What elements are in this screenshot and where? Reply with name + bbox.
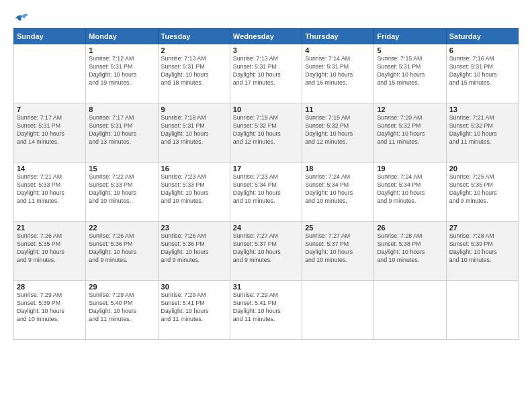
day-number: 14 — [17, 165, 83, 173]
day-info: Sunrise: 7:15 AM Sunset: 5:31 PM Dayligh… — [377, 55, 443, 87]
day-info: Sunrise: 7:21 AM Sunset: 5:32 PM Dayligh… — [449, 114, 515, 146]
day-info: Sunrise: 7:12 AM Sunset: 5:31 PM Dayligh… — [89, 55, 154, 87]
day-number: 29 — [89, 283, 154, 291]
day-number: 12 — [377, 105, 443, 113]
day-number: 28 — [17, 283, 83, 291]
day-info: Sunrise: 7:28 AM Sunset: 5:39 PM Dayligh… — [449, 232, 515, 265]
day-info: Sunrise: 7:24 AM Sunset: 5:34 PM Dayligh… — [305, 173, 371, 205]
day-number: 26 — [377, 224, 443, 232]
day-number: 17 — [233, 165, 299, 173]
day-info: Sunrise: 7:14 AM Sunset: 5:31 PM Dayligh… — [305, 55, 371, 87]
calendar-cell — [14, 44, 86, 103]
day-number: 1 — [89, 46, 154, 54]
day-info: Sunrise: 7:23 AM Sunset: 5:33 PM Dayligh… — [161, 173, 227, 205]
day-header-sunday: Sunday — [14, 29, 86, 44]
day-header-tuesday: Tuesday — [158, 29, 230, 44]
day-info: Sunrise: 7:17 AM Sunset: 5:31 PM Dayligh… — [17, 114, 83, 146]
day-info: Sunrise: 7:24 AM Sunset: 5:34 PM Dayligh… — [377, 173, 443, 205]
calendar-cell: 6Sunrise: 7:16 AM Sunset: 5:31 PM Daylig… — [446, 44, 518, 103]
day-number: 21 — [17, 224, 83, 232]
day-info: Sunrise: 7:29 AM Sunset: 5:39 PM Dayligh… — [17, 291, 83, 324]
day-number: 5 — [377, 46, 443, 54]
calendar-cell: 22Sunrise: 7:26 AM Sunset: 5:36 PM Dayli… — [86, 222, 158, 281]
calendar-cell: 29Sunrise: 7:29 AM Sunset: 5:40 PM Dayli… — [86, 281, 158, 340]
day-number: 24 — [233, 224, 299, 232]
calendar-week-4: 21Sunrise: 7:26 AM Sunset: 5:35 PM Dayli… — [14, 222, 519, 281]
day-number: 13 — [449, 105, 515, 113]
day-number: 27 — [449, 224, 515, 232]
day-number: 15 — [89, 165, 154, 173]
day-number: 25 — [305, 224, 371, 232]
day-info: Sunrise: 7:27 AM Sunset: 5:37 PM Dayligh… — [233, 232, 299, 265]
day-info: Sunrise: 7:21 AM Sunset: 5:33 PM Dayligh… — [17, 173, 83, 205]
day-info: Sunrise: 7:13 AM Sunset: 5:31 PM Dayligh… — [233, 55, 299, 87]
calendar-cell: 25Sunrise: 7:27 AM Sunset: 5:37 PM Dayli… — [302, 222, 374, 281]
day-info: Sunrise: 7:16 AM Sunset: 5:31 PM Dayligh… — [449, 55, 515, 87]
day-header-monday: Monday — [86, 29, 158, 44]
calendar-cell: 31Sunrise: 7:29 AM Sunset: 5:41 PM Dayli… — [230, 281, 302, 340]
day-number: 20 — [449, 165, 515, 173]
day-info: Sunrise: 7:29 AM Sunset: 5:40 PM Dayligh… — [89, 291, 154, 324]
day-number: 30 — [161, 283, 227, 291]
day-number: 22 — [89, 224, 154, 232]
calendar-cell: 9Sunrise: 7:18 AM Sunset: 5:31 PM Daylig… — [158, 103, 230, 163]
calendar-week-3: 14Sunrise: 7:21 AM Sunset: 5:33 PM Dayli… — [14, 163, 519, 222]
day-info: Sunrise: 7:23 AM Sunset: 5:34 PM Dayligh… — [233, 173, 299, 205]
day-info: Sunrise: 7:19 AM Sunset: 5:32 PM Dayligh… — [233, 114, 299, 146]
day-header-thursday: Thursday — [302, 29, 374, 44]
calendar-week-5: 28Sunrise: 7:29 AM Sunset: 5:39 PM Dayli… — [14, 281, 519, 340]
page: SundayMondayTuesdayWednesdayThursdayFrid… — [0, 0, 532, 411]
calendar-cell: 23Sunrise: 7:26 AM Sunset: 5:36 PM Dayli… — [158, 222, 230, 281]
day-info: Sunrise: 7:18 AM Sunset: 5:31 PM Dayligh… — [161, 114, 227, 146]
calendar-cell: 11Sunrise: 7:19 AM Sunset: 5:32 PM Dayli… — [302, 103, 374, 163]
calendar-cell: 19Sunrise: 7:24 AM Sunset: 5:34 PM Dayli… — [374, 163, 446, 222]
calendar-cell: 18Sunrise: 7:24 AM Sunset: 5:34 PM Dayli… — [302, 163, 374, 222]
calendar-cell — [446, 281, 518, 340]
day-number: 31 — [233, 283, 299, 291]
calendar-cell: 20Sunrise: 7:25 AM Sunset: 5:35 PM Dayli… — [446, 163, 518, 222]
day-header-wednesday: Wednesday — [230, 29, 302, 44]
day-number: 9 — [161, 105, 227, 113]
day-info: Sunrise: 7:22 AM Sunset: 5:33 PM Dayligh… — [89, 173, 154, 205]
day-number: 6 — [449, 46, 515, 54]
day-number: 19 — [377, 165, 443, 173]
calendar-cell: 13Sunrise: 7:21 AM Sunset: 5:32 PM Dayli… — [446, 103, 518, 163]
calendar-cell: 30Sunrise: 7:29 AM Sunset: 5:41 PM Dayli… — [158, 281, 230, 340]
logo — [13, 12, 28, 21]
calendar-table: SundayMondayTuesdayWednesdayThursdayFrid… — [13, 28, 519, 340]
day-info: Sunrise: 7:28 AM Sunset: 5:38 PM Dayligh… — [377, 232, 443, 265]
day-header-saturday: Saturday — [446, 29, 518, 44]
calendar-cell: 14Sunrise: 7:21 AM Sunset: 5:33 PM Dayli… — [14, 163, 86, 222]
calendar-cell: 17Sunrise: 7:23 AM Sunset: 5:34 PM Dayli… — [230, 163, 302, 222]
day-number: 4 — [305, 46, 371, 54]
day-info: Sunrise: 7:29 AM Sunset: 5:41 PM Dayligh… — [161, 291, 227, 324]
day-info: Sunrise: 7:20 AM Sunset: 5:32 PM Dayligh… — [377, 114, 443, 146]
calendar-cell: 24Sunrise: 7:27 AM Sunset: 5:37 PM Dayli… — [230, 222, 302, 281]
day-number: 11 — [305, 105, 371, 113]
calendar-cell — [374, 281, 446, 340]
calendar-cell — [302, 281, 374, 340]
calendar-cell: 7Sunrise: 7:17 AM Sunset: 5:31 PM Daylig… — [14, 103, 86, 163]
day-info: Sunrise: 7:26 AM Sunset: 5:36 PM Dayligh… — [89, 232, 154, 265]
day-number: 2 — [161, 46, 227, 54]
day-info: Sunrise: 7:26 AM Sunset: 5:35 PM Dayligh… — [17, 232, 83, 265]
day-header-friday: Friday — [374, 29, 446, 44]
calendar-cell: 28Sunrise: 7:29 AM Sunset: 5:39 PM Dayli… — [14, 281, 86, 340]
day-number: 10 — [233, 105, 299, 113]
day-number: 23 — [161, 224, 227, 232]
day-info: Sunrise: 7:26 AM Sunset: 5:36 PM Dayligh… — [161, 232, 227, 265]
day-info: Sunrise: 7:25 AM Sunset: 5:35 PM Dayligh… — [449, 173, 515, 205]
header — [13, 12, 519, 21]
calendar-cell: 15Sunrise: 7:22 AM Sunset: 5:33 PM Dayli… — [86, 163, 158, 222]
day-number: 18 — [305, 165, 371, 173]
calendar-cell: 1Sunrise: 7:12 AM Sunset: 5:31 PM Daylig… — [86, 44, 158, 103]
calendar-cell: 5Sunrise: 7:15 AM Sunset: 5:31 PM Daylig… — [374, 44, 446, 103]
calendar-cell: 3Sunrise: 7:13 AM Sunset: 5:31 PM Daylig… — [230, 44, 302, 103]
calendar-cell: 16Sunrise: 7:23 AM Sunset: 5:33 PM Dayli… — [158, 163, 230, 222]
day-number: 3 — [233, 46, 299, 54]
day-number: 8 — [89, 105, 154, 113]
day-info: Sunrise: 7:29 AM Sunset: 5:41 PM Dayligh… — [233, 291, 299, 324]
day-number: 7 — [17, 105, 83, 113]
calendar-cell: 27Sunrise: 7:28 AM Sunset: 5:39 PM Dayli… — [446, 222, 518, 281]
calendar-week-1: 1Sunrise: 7:12 AM Sunset: 5:31 PM Daylig… — [14, 44, 519, 103]
